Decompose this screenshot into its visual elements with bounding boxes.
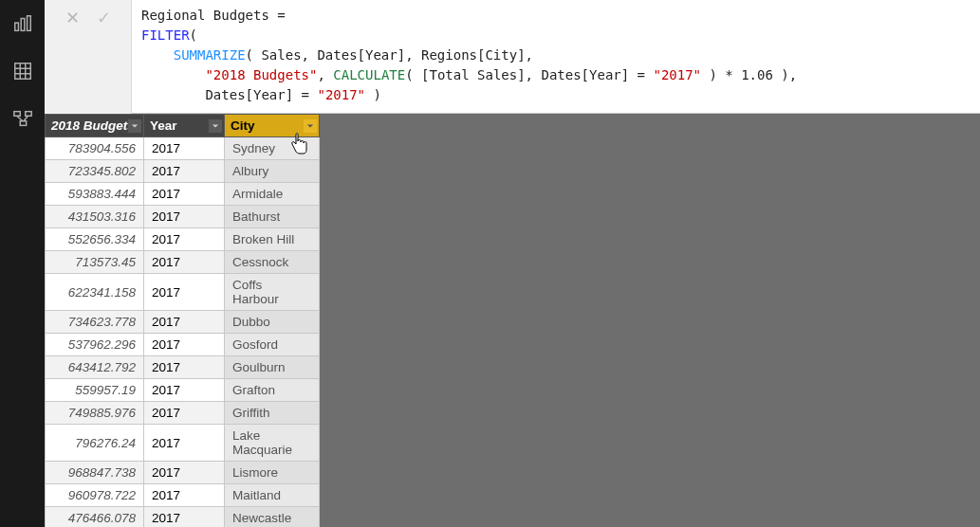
table-row[interactable]: 552656.3342017Broken Hill: [46, 228, 320, 251]
cell-budget[interactable]: 968847.738: [46, 462, 144, 484]
table-row[interactable]: 559957.192017Grafton: [46, 379, 320, 402]
cell-budget[interactable]: 960978.722: [46, 484, 144, 507]
svg-rect-9: [25, 112, 30, 117]
cell-budget[interactable]: 749885.976: [46, 402, 144, 425]
table-header-row: 2018 Budgets Year City: [46, 115, 320, 137]
svg-rect-0: [14, 23, 18, 30]
cell-city[interactable]: Albury: [225, 160, 320, 183]
table-row[interactable]: 622341.1582017Coffs Harbour: [46, 274, 320, 311]
table-row[interactable]: 749885.9762017Griffith: [46, 402, 320, 425]
formula-bar: ✕ ✓ Regional Budgets = FILTER( SUMMARIZE…: [45, 0, 980, 114]
col-header-label: 2018 Budgets: [51, 118, 135, 133]
table-row[interactable]: 960978.7222017Maitland: [46, 484, 320, 507]
cell-city[interactable]: Bathurst: [225, 206, 320, 228]
cell-budget[interactable]: 796276.24: [46, 425, 144, 462]
svg-line-11: [16, 116, 22, 121]
data-table: 2018 Budgets Year City 783904.5562017Syd…: [45, 114, 320, 527]
model-view-icon[interactable]: [7, 102, 39, 135]
svg-rect-10: [20, 121, 26, 126]
col-header-label: City: [231, 118, 255, 133]
table-row[interactable]: 734623.7782017Dubbo: [46, 311, 320, 334]
cell-year[interactable]: 2017: [144, 334, 225, 356]
data-view-icon[interactable]: [7, 55, 39, 87]
table-row[interactable]: 593883.4442017Armidale: [46, 183, 320, 206]
cell-year[interactable]: 2017: [144, 311, 225, 334]
cell-year[interactable]: 2017: [144, 379, 225, 402]
table-row[interactable]: 431503.3162017Bathurst: [46, 206, 320, 228]
report-view-icon[interactable]: [7, 8, 39, 40]
cell-city[interactable]: Goulburn: [225, 356, 320, 379]
cell-year[interactable]: 2017: [144, 356, 225, 379]
cell-year[interactable]: 2017: [144, 507, 225, 528]
svg-line-12: [23, 116, 28, 121]
cell-year[interactable]: 2017: [144, 206, 225, 228]
cell-year[interactable]: 2017: [144, 228, 225, 251]
cell-city[interactable]: Gosford: [225, 334, 320, 356]
svg-rect-8: [13, 112, 19, 117]
cell-budget[interactable]: 713573.45: [46, 251, 144, 274]
col-header-budget[interactable]: 2018 Budgets: [46, 115, 144, 137]
filter-dropdown-icon[interactable]: [128, 119, 141, 133]
cell-budget[interactable]: 593883.444: [46, 183, 144, 206]
cell-budget[interactable]: 723345.802: [46, 160, 144, 183]
cell-city[interactable]: Lake Macquarie: [225, 425, 320, 462]
table-body: 783904.5562017Sydney723345.8022017Albury…: [46, 137, 320, 528]
cell-year[interactable]: 2017: [144, 425, 225, 462]
svg-rect-1: [21, 19, 25, 31]
col-header-city[interactable]: City: [225, 115, 320, 137]
cell-budget[interactable]: 537962.296: [46, 334, 144, 356]
cell-year[interactable]: 2017: [144, 274, 225, 311]
table-row[interactable]: 968847.7382017Lismore: [46, 462, 320, 484]
table-row[interactable]: 783904.5562017Sydney: [46, 137, 320, 160]
cell-year[interactable]: 2017: [144, 251, 225, 274]
cell-city[interactable]: Dubbo: [225, 311, 320, 334]
svg-rect-2: [27, 16, 30, 31]
table-row[interactable]: 796276.242017Lake Macquarie: [46, 425, 320, 462]
formula-editor[interactable]: Regional Budgets = FILTER( SUMMARIZE( Sa…: [132, 0, 980, 114]
cell-year[interactable]: 2017: [144, 484, 225, 507]
cell-budget[interactable]: 643412.792: [46, 356, 144, 379]
cell-city[interactable]: Coffs Harbour: [225, 274, 320, 311]
formula-text: Regional Budgets: [141, 8, 277, 23]
cell-budget[interactable]: 559957.19: [46, 379, 144, 402]
svg-rect-3: [14, 64, 30, 80]
view-sidebar: [0, 0, 45, 527]
cell-city[interactable]: Armidale: [225, 183, 320, 206]
filter-dropdown-icon[interactable]: [209, 119, 222, 133]
confirm-button[interactable]: ✓: [97, 8, 111, 28]
table-row[interactable]: 537962.2962017Gosford: [46, 334, 320, 356]
col-header-year[interactable]: Year: [144, 115, 225, 137]
formula-controls: ✕ ✓: [45, 0, 132, 114]
cell-city[interactable]: Newcastle: [225, 507, 320, 528]
cell-year[interactable]: 2017: [144, 137, 225, 160]
filter-dropdown-icon[interactable]: [304, 119, 317, 133]
col-header-label: Year: [150, 118, 177, 133]
cell-budget[interactable]: 622341.158: [46, 274, 144, 311]
table-row[interactable]: 643412.7922017Goulburn: [46, 356, 320, 379]
cell-budget[interactable]: 552656.334: [46, 228, 144, 251]
table-row[interactable]: 713573.452017Cessnock: [46, 251, 320, 274]
cell-year[interactable]: 2017: [144, 462, 225, 484]
cell-year[interactable]: 2017: [144, 183, 225, 206]
cell-city[interactable]: Lismore: [225, 462, 320, 484]
cell-city[interactable]: Maitland: [225, 484, 320, 507]
cell-budget[interactable]: 734623.778: [46, 311, 144, 334]
cell-budget[interactable]: 431503.316: [46, 206, 144, 228]
content-area: 2018 Budgets Year City 783904.5562017Syd…: [45, 114, 980, 527]
cell-budget[interactable]: 783904.556: [46, 137, 144, 160]
cell-year[interactable]: 2017: [144, 160, 225, 183]
cell-city[interactable]: Sydney: [225, 137, 320, 160]
cancel-button[interactable]: ✕: [65, 8, 80, 28]
cell-budget[interactable]: 476466.078: [46, 507, 144, 528]
cell-city[interactable]: Cessnock: [225, 251, 320, 274]
table-row[interactable]: 723345.8022017Albury: [46, 160, 320, 183]
cell-year[interactable]: 2017: [144, 402, 225, 425]
cell-city[interactable]: Broken Hill: [225, 228, 320, 251]
table-row[interactable]: 476466.0782017Newcastle: [46, 507, 320, 528]
cell-city[interactable]: Griffith: [225, 402, 320, 425]
cell-city[interactable]: Grafton: [225, 379, 320, 402]
